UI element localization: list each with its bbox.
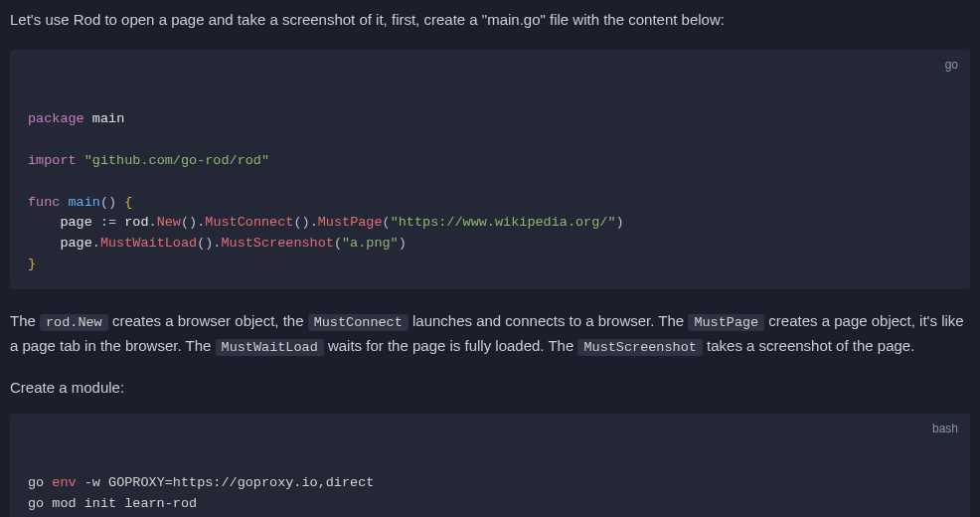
token-punc: )	[399, 236, 407, 251]
token-brace: }	[28, 257, 36, 271]
token-punc: (	[383, 215, 391, 230]
inline-code: MustWaitLoad	[216, 339, 324, 356]
token-string: "https://www.wikipedia.org/"	[391, 215, 616, 230]
token-punc: )	[616, 215, 624, 230]
token-call: MustPage	[318, 215, 383, 230]
token-punc: )	[108, 195, 116, 210]
token-punc: )	[302, 215, 310, 230]
token-string: "github.com/go-rod/rod"	[84, 153, 269, 168]
create-module-label: Create a module:	[10, 376, 970, 400]
token-op: :=	[92, 215, 124, 230]
token-punc: (	[181, 215, 189, 230]
token-ident: main	[92, 111, 124, 126]
token-punc: (	[100, 195, 108, 210]
token-dot: .	[92, 236, 100, 251]
token-dot: .	[310, 215, 318, 230]
lang-tag-bash: bash	[932, 420, 958, 438]
token-call: MustScreenshot	[221, 236, 333, 251]
token-text: go mod init learn-rod	[28, 496, 197, 511]
inline-code: MustConnect	[308, 314, 408, 331]
token-text: go	[28, 475, 52, 490]
text: creates a browser object, the	[108, 312, 308, 329]
text: takes a screenshot of the page.	[703, 337, 914, 354]
lang-tag-go: go	[945, 56, 958, 75]
text: launches and connects to a browser. The	[408, 312, 689, 329]
token-text: -w GOPROXY=https://goproxy.io,direct	[77, 475, 375, 490]
code-block-go: go package main import "github.com/go-ro…	[10, 50, 970, 289]
token-keyword: import	[28, 153, 77, 168]
text: waits for the page is fully loaded. The	[324, 337, 578, 354]
token-call: MustWaitLoad	[100, 236, 197, 251]
inline-code: MustPage	[688, 314, 764, 331]
token-call: MustConnect	[205, 215, 293, 230]
token-indent	[28, 215, 60, 230]
token-ident: rod	[124, 215, 148, 230]
token-brace: {	[124, 195, 132, 210]
inline-code: rod.New	[40, 314, 108, 331]
intro-paragraph: Let's use Rod to open a page and take a …	[10, 8, 970, 32]
token-dot: .	[149, 215, 157, 230]
code-block-bash: bash go env -w GOPROXY=https://goproxy.i…	[10, 414, 970, 517]
token-keyword: package	[28, 111, 84, 126]
explanation-paragraph: The rod.New creates a browser object, th…	[10, 309, 970, 358]
token-ident: page	[60, 236, 91, 251]
token-func-name: main	[69, 195, 100, 210]
token-indent	[28, 236, 60, 251]
token-ident: page	[60, 215, 91, 230]
token-call: New	[157, 215, 181, 230]
token-punc: (	[293, 215, 301, 230]
token-punc: (	[334, 236, 342, 251]
token-punc: )	[189, 215, 197, 230]
token-keyword: func	[28, 195, 60, 210]
inline-code: MustScreenshot	[577, 339, 702, 356]
token-string: "a.png"	[342, 236, 399, 251]
text: The	[10, 312, 40, 329]
token-builtin: env	[52, 475, 76, 490]
